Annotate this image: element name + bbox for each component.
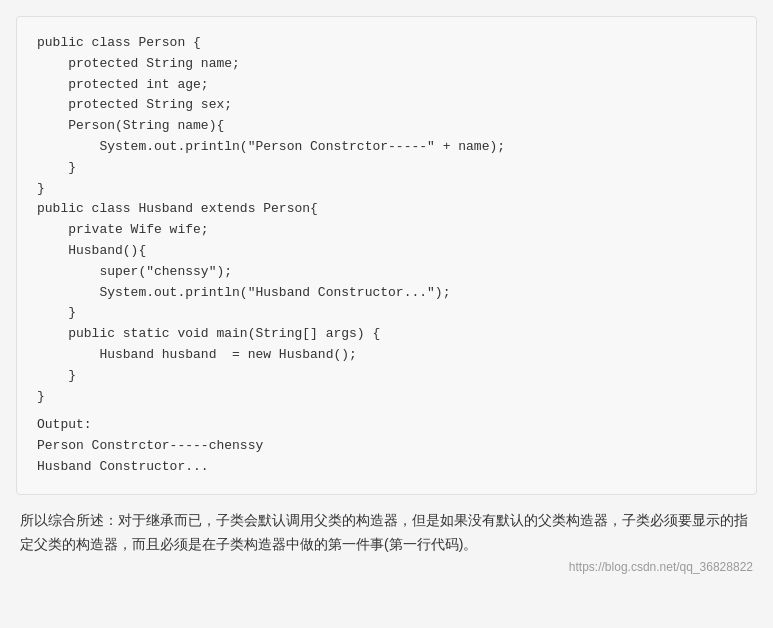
code-line: System.out.println("Husband Constructor.… xyxy=(37,283,736,304)
code-line: public class Husband extends Person{ xyxy=(37,199,736,220)
code-line: Husband(){ xyxy=(37,241,736,262)
code-line: protected String sex; xyxy=(37,95,736,116)
code-lines: public class Person { protected String n… xyxy=(37,33,736,407)
footer-link[interactable]: https://blog.csdn.net/qq_36828822 xyxy=(16,560,757,574)
output-label: Output: xyxy=(37,415,736,436)
code-line: System.out.println("Person Constrctor---… xyxy=(37,137,736,158)
code-line: } xyxy=(37,303,736,324)
output-section: Output: Person Constrctor-----chenssyHus… xyxy=(37,415,736,477)
code-line: } xyxy=(37,366,736,387)
code-line: } xyxy=(37,387,736,408)
description-text: 所以综合所述：对于继承而已，子类会默认调用父类的构造器，但是如果没有默认的父类构… xyxy=(16,509,757,557)
code-line: Person(String name){ xyxy=(37,116,736,137)
code-line: } xyxy=(37,179,736,200)
code-line: } xyxy=(37,158,736,179)
output-line: Husband Constructor... xyxy=(37,457,736,478)
page-container: public class Person { protected String n… xyxy=(0,0,773,586)
code-line: protected String name; xyxy=(37,54,736,75)
code-line: super("chenssy"); xyxy=(37,262,736,283)
code-line: private Wife wife; xyxy=(37,220,736,241)
code-line: public static void main(String[] args) { xyxy=(37,324,736,345)
code-line: public class Person { xyxy=(37,33,736,54)
code-line: Husband husband = new Husband(); xyxy=(37,345,736,366)
code-line: protected int age; xyxy=(37,75,736,96)
code-block: public class Person { protected String n… xyxy=(16,16,757,495)
output-line: Person Constrctor-----chenssy xyxy=(37,436,736,457)
output-lines: Person Constrctor-----chenssyHusband Con… xyxy=(37,436,736,478)
